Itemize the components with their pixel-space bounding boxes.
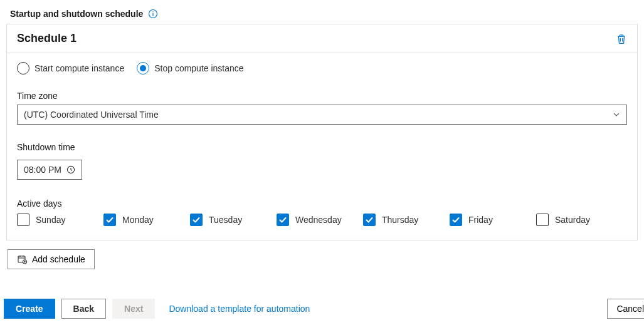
shutdown-time-input[interactable]: 08:00 PM [17,160,82,180]
day-label: Monday [122,215,154,225]
radio-label: Stop compute instance [154,63,243,73]
day-label: Sunday [36,215,65,225]
day-checkbox-thursday[interactable]: Thursday [363,214,438,226]
checkbox-icon [17,214,29,226]
timezone-label: Time zone [17,91,627,101]
shutdown-time-label: Shutdown time [17,142,627,152]
days-row: SundayMondayTuesdayWednesdayThursdayFrid… [17,214,627,226]
day-checkbox-friday[interactable]: Friday [450,214,525,226]
radio-icon [17,62,29,75]
footer-actions: Create Back Next Download a template for… [4,299,644,319]
calendar-add-icon [17,254,27,264]
section-title: Startup and shutdown schedule [10,9,143,19]
day-checkbox-tuesday[interactable]: Tuesday [190,214,265,226]
schedule-title: Schedule 1 [17,32,77,45]
shutdown-time-value: 08:00 PM [24,165,61,175]
section-header: Startup and shutdown schedule [0,0,644,24]
day-checkbox-sunday[interactable]: Sunday [17,214,92,226]
add-schedule-label: Add schedule [32,254,85,264]
clock-icon [66,165,75,174]
active-days-field: Active days SundayMondayTuesdayWednesday… [17,199,627,226]
checkbox-icon [103,214,116,226]
day-checkbox-saturday[interactable]: Saturday [536,214,611,226]
delete-icon[interactable] [616,33,627,44]
timezone-field: Time zone (UTC) Coordinated Universal Ti… [17,91,627,125]
radio-icon [137,62,149,75]
svg-point-1 [153,11,154,12]
day-label: Friday [468,215,493,225]
checkbox-icon [277,214,289,226]
day-label: Thursday [382,215,418,225]
day-label: Wednesday [295,215,342,225]
cancel-button[interactable]: Cancel [607,299,644,319]
day-label: Tuesday [209,215,242,225]
back-button[interactable]: Back [61,299,106,319]
checkbox-icon [450,214,462,226]
active-days-label: Active days [17,199,627,209]
checkbox-icon [363,214,376,226]
radio-stop-compute[interactable]: Stop compute instance [137,62,243,75]
radio-start-compute[interactable]: Start compute instance [17,62,124,75]
schedule-card-body: Start compute instance Stop compute inst… [7,53,637,240]
add-schedule-button[interactable]: Add schedule [8,249,95,269]
schedule-action-radios: Start compute instance Stop compute inst… [17,62,627,75]
download-template-link[interactable]: Download a template for automation [169,304,310,314]
timezone-value: (UTC) Coordinated Universal Time [24,110,159,120]
day-checkbox-monday[interactable]: Monday [103,214,179,226]
chevron-down-icon [613,111,620,118]
timezone-select[interactable]: (UTC) Coordinated Universal Time [17,105,627,125]
checkbox-icon [190,214,203,226]
create-button[interactable]: Create [4,299,55,319]
day-label: Saturday [555,215,590,225]
day-checkbox-wednesday[interactable]: Wednesday [277,214,352,226]
radio-dot [140,65,146,71]
checkbox-icon [536,214,549,226]
schedule-card: Schedule 1 Start compute instance Stop c… [6,24,638,240]
shutdown-time-field: Shutdown time 08:00 PM [17,142,627,180]
next-button: Next [112,299,155,319]
schedule-card-header: Schedule 1 [7,24,637,53]
radio-label: Start compute instance [34,63,124,73]
info-icon[interactable] [148,9,158,19]
